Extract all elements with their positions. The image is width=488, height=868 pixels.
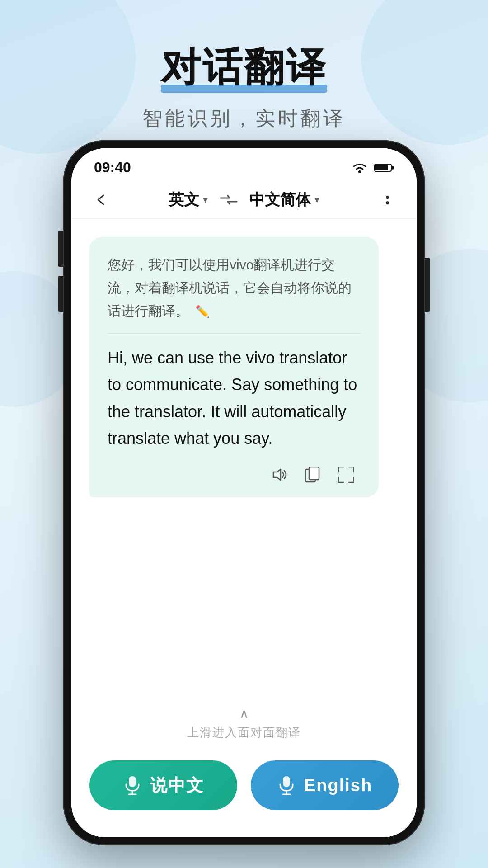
svg-rect-7 <box>129 776 136 787</box>
svg-point-0 <box>358 170 361 173</box>
title-underline <box>161 85 327 93</box>
svg-rect-10 <box>283 776 290 787</box>
status-icons <box>352 162 394 174</box>
app-header: 英文 ▾ 中文简体 ▾ <box>71 181 417 219</box>
target-lang-label: 中文简体 <box>249 189 311 210</box>
source-lang-selector[interactable]: 英文 ▾ <box>169 189 208 210</box>
speak-english-button[interactable]: English <box>251 760 399 810</box>
english-message: Hi, we can use the vivo translator to co… <box>108 344 361 452</box>
svg-marker-4 <box>273 469 281 480</box>
more-dot-1 <box>386 196 389 199</box>
message-bubble: 您好，我们可以使用vivo翻译机进行交流，对着翻译机说话，它会自动将你说的话进行… <box>89 237 379 497</box>
chinese-message: 您好，我们可以使用vivo翻译机进行交流，对着翻译机说话，它会自动将你说的话进行… <box>108 253 361 334</box>
battery-icon <box>374 163 394 173</box>
svg-rect-6 <box>309 467 319 480</box>
volume-button-2 <box>58 276 63 312</box>
swap-languages-button[interactable] <box>217 192 240 208</box>
source-lang-label: 英文 <box>169 189 199 210</box>
speak-english-label: English <box>304 776 372 795</box>
target-lang-selector[interactable]: 中文简体 ▾ <box>249 189 319 210</box>
language-selector: 英文 ▾ 中文简体 ▾ <box>112 189 376 210</box>
speak-chinese-button[interactable]: 说中文 <box>89 760 237 810</box>
source-lang-chevron: ▾ <box>203 194 208 206</box>
bottom-area: ∧ 上滑进入面对面翻译 说中文 <box>71 693 417 837</box>
wifi-icon <box>352 162 368 174</box>
speaker-button[interactable] <box>269 465 289 485</box>
status-bar: 09:40 <box>71 148 417 181</box>
copy-button[interactable] <box>303 465 323 485</box>
more-dot-2 <box>386 201 389 204</box>
speak-chinese-label: 说中文 <box>150 774 204 797</box>
page-title-area: 对话翻译 智能识别，实时翻译 <box>0 41 488 132</box>
slide-hint: ∧ 上滑进入面对面翻译 <box>71 702 417 751</box>
expand-button[interactable] <box>336 465 356 485</box>
mic-icon-english <box>277 776 296 795</box>
bottom-buttons: 说中文 English <box>71 751 417 837</box>
svg-rect-2 <box>375 165 388 170</box>
slide-up-arrow: ∧ <box>239 706 249 721</box>
more-options-button[interactable] <box>376 189 399 211</box>
phone-screen: 09:40 <box>71 148 417 837</box>
volume-button-1 <box>58 231 63 267</box>
slide-hint-text: 上滑进入面对面翻译 <box>187 725 301 741</box>
power-button <box>425 258 430 312</box>
phone-mockup: 09:40 <box>63 140 425 845</box>
mic-icon-chinese <box>123 776 142 795</box>
target-lang-chevron: ▾ <box>314 194 319 206</box>
svg-rect-3 <box>392 166 394 170</box>
bubble-actions <box>108 465 361 485</box>
page-subtitle: 智能识别，实时翻译 <box>0 105 488 132</box>
chat-area: 您好，我们可以使用vivo翻译机进行交流，对着翻译机说话，它会自动将你说的话进行… <box>71 219 417 693</box>
status-time: 09:40 <box>94 159 131 176</box>
edit-icon[interactable]: ✏️ <box>195 302 210 321</box>
back-button[interactable] <box>89 189 112 211</box>
